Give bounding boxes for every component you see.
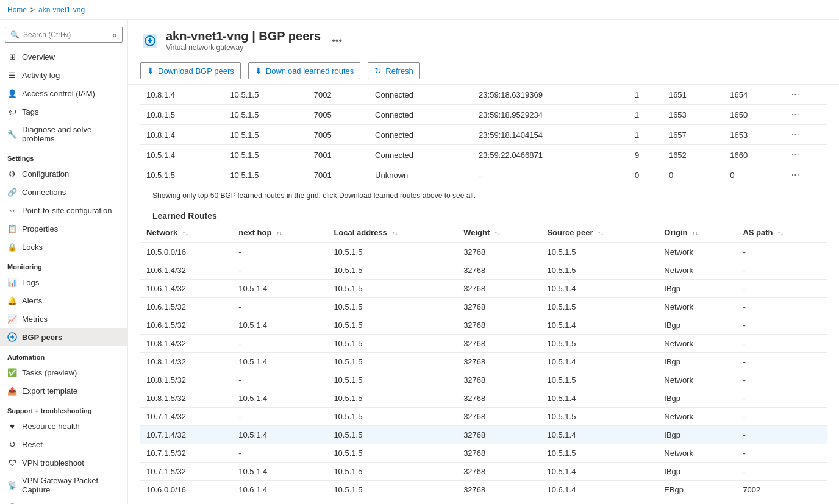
row-menu[interactable]: ··· [785, 125, 827, 145]
sidebar-item-label: VPN troubleshoot [22, 458, 84, 467]
status: Connected [369, 85, 473, 105]
download-routes-button[interactable]: ⬇ Download learned routes [248, 62, 361, 79]
col-local-address[interactable]: Local address ↑↓ [327, 223, 457, 243]
asn: 7001 [308, 165, 369, 185]
sidebar-item-properties[interactable]: 📋 Properties [0, 219, 127, 238]
col-as-path[interactable]: AS path ↑↓ [737, 223, 827, 243]
col-network[interactable]: Network ↑↓ [140, 223, 232, 243]
sidebar-item-diagnose[interactable]: 🔧 Diagnose and solve problems [0, 121, 127, 147]
row-menu[interactable]: ··· [785, 105, 827, 125]
table-row: 10.7.1.4/3210.5.1.410.5.1.53276810.5.1.4… [140, 426, 827, 444]
table-row: 10.7.1.5/32-10.5.1.53276810.5.1.5Network… [140, 444, 827, 463]
export-icon: 📤 [7, 386, 17, 396]
sidebar-item-alerts[interactable]: 🔔 Alerts [0, 291, 127, 310]
sidebar-item-label: Metrics [22, 314, 48, 324]
sidebar-item-bgp-peers[interactable]: BGP peers [0, 328, 127, 346]
download-bgp-button[interactable]: ⬇ Download BGP peers [140, 62, 241, 79]
row-menu[interactable]: ··· [785, 145, 827, 165]
routes-rcvd: 1652 [663, 145, 724, 165]
collapse-button[interactable]: « [112, 30, 117, 40]
as-path: - [737, 353, 827, 371]
sidebar-item-export-template[interactable]: 📤 Export template [0, 382, 127, 400]
as-path: - [737, 316, 827, 335]
sidebar-item-tasks[interactable]: ✅ Tasks (preview) [0, 363, 127, 382]
source-peer: 10.5.1.4 [541, 499, 658, 505]
table-row: 10.6.0.0/1610.5.1.410.5.1.53276810.5.1.4… [140, 499, 827, 505]
sidebar-item-resource-health[interactable]: ♥ Resource health [0, 417, 127, 435]
lock-icon: 🔒 [7, 242, 17, 252]
col-next-hop[interactable]: next hop ↑↓ [232, 223, 327, 243]
source-peer: 10.5.1.4 [541, 280, 658, 298]
sidebar-item-overview[interactable]: ⊞ Overview [0, 48, 127, 66]
breadcrumb-resource[interactable]: akn-vnet1-vng [38, 5, 85, 14]
sidebar-item-label: Resource health [22, 422, 80, 431]
sidebar-item-label: Locks [22, 243, 43, 252]
download-bgp-label: Download BGP peers [158, 66, 234, 76]
routes-sent: 1654 [724, 85, 785, 105]
more-options-button[interactable]: ••• [332, 35, 342, 46]
next-hop: 10.5.1.4 [232, 316, 327, 335]
row-menu[interactable]: ··· [785, 85, 827, 105]
peer-routes: 9 [629, 145, 663, 165]
sidebar-item-new-support[interactable]: 💬 New support request [0, 499, 127, 504]
sidebar-item-connections[interactable]: 🔗 Connections [0, 183, 127, 201]
origin: Network [658, 371, 737, 389]
sidebar-item-logs[interactable]: 📊 Logs [0, 273, 127, 291]
local-addr: 10.5.1.5 [327, 353, 457, 371]
sidebar-item-tags[interactable]: 🏷 Tags [0, 102, 127, 121]
source-peer: 10.5.1.4 [541, 426, 658, 444]
sidebar-item-vpn-packet-capture[interactable]: 📡 VPN Gateway Packet Capture [0, 472, 127, 499]
weight: 32768 [457, 408, 541, 426]
refresh-button[interactable]: ↻ Refresh [368, 62, 420, 79]
row-menu[interactable]: ··· [785, 165, 827, 185]
table-row: 10.5.1.4 10.5.1.5 7001 Connected 23:59:2… [140, 145, 827, 165]
sort-icon: ↑↓ [777, 230, 784, 236]
sidebar-item-activity-log[interactable]: ☰ Activity log [0, 66, 127, 84]
source-peer: 10.5.1.5 [541, 444, 658, 463]
peer-routes: 0 [629, 165, 663, 185]
sidebar-item-access-control[interactable]: 👤 Access control (IAM) [0, 84, 127, 102]
section-monitoring: Monitoring [0, 256, 127, 273]
col-weight[interactable]: Weight ↑↓ [457, 223, 541, 243]
as-path: 7002 [737, 481, 827, 499]
page-icon [140, 31, 160, 51]
search-input[interactable] [23, 30, 109, 39]
col-origin[interactable]: Origin ↑↓ [658, 223, 737, 243]
origin: Network [658, 261, 737, 280]
origin: IBgp [658, 463, 737, 481]
col-source-peer[interactable]: Source peer ↑↓ [541, 223, 658, 243]
search-box[interactable]: 🔍 « [5, 27, 123, 43]
bell-icon: 🔔 [7, 296, 17, 305]
section-automation: Automation [0, 346, 127, 363]
sort-icon: ↑↓ [276, 230, 282, 236]
network: 10.7.1.5/32 [140, 444, 232, 463]
next-hop: 10.5.1.4 [232, 426, 327, 444]
sidebar-item-vpn-troubleshoot[interactable]: 🛡 VPN troubleshoot [0, 453, 127, 472]
uptime: - [473, 165, 629, 185]
next-hop: - [232, 444, 327, 463]
sidebar-item-label: Reset [22, 440, 43, 449]
network: 10.8.1.5/32 [140, 371, 232, 389]
sidebar-item-point-to-site[interactable]: ↔ Point-to-site configuration [0, 201, 127, 219]
as-path: - [737, 261, 827, 280]
origin: Network [658, 408, 737, 426]
logs-icon: 📊 [7, 277, 17, 287]
breadcrumb-home[interactable]: Home [7, 5, 27, 14]
source-peer: 10.5.1.5 [541, 298, 658, 316]
sidebar-item-reset[interactable]: ↺ Reset [0, 435, 127, 453]
as-path: - [737, 335, 827, 353]
sidebar-item-locks[interactable]: 🔒 Locks [0, 238, 127, 256]
table-row: 10.8.1.4 10.5.1.5 7005 Connected 23:59:1… [140, 125, 827, 145]
grid-icon: ⊞ [7, 52, 17, 62]
table-row: 10.5.1.5 10.5.1.5 7001 Unknown - 0 0 0 ·… [140, 165, 827, 185]
network: 10.8.1.4/32 [140, 353, 232, 371]
local-addr: 10.5.1.5 [327, 261, 457, 280]
sidebar-item-metrics[interactable]: 📈 Metrics [0, 310, 127, 328]
origin: Network [658, 243, 737, 261]
sidebar-item-label: Alerts [22, 296, 42, 305]
local-addr: 10.5.1.5 [327, 298, 457, 316]
bgp-peers-table-wrap: 10.8.1.4 10.5.1.5 7002 Connected 23:59:1… [140, 85, 827, 185]
section-settings: Settings [0, 147, 127, 165]
as-path: 7002 [737, 499, 827, 505]
sidebar-item-configuration[interactable]: ⚙ Configuration [0, 165, 127, 183]
